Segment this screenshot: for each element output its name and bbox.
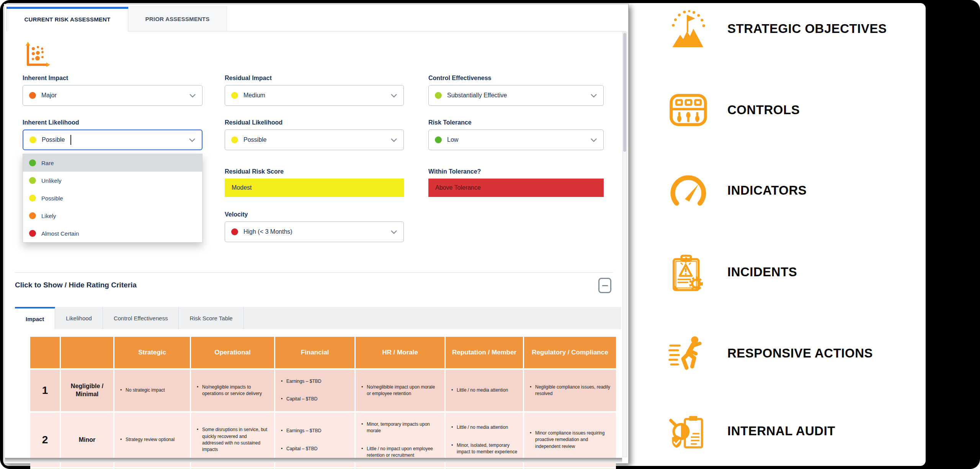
dropdown-option-almost-certain[interactable]: Almost Certain xyxy=(23,225,202,242)
field-residual-risk-score: Residual Risk Score Modest xyxy=(225,168,404,197)
status-dot xyxy=(29,159,36,166)
dropdown-option-likely[interactable]: Likely xyxy=(23,207,202,225)
scrollbar-thumb[interactable] xyxy=(623,33,626,152)
status-dot xyxy=(231,228,238,235)
chevron-down-icon xyxy=(390,93,397,98)
section-divider xyxy=(15,272,613,273)
likelihood-dropdown-menu: Rare Unlikely Possible Likely Almost Cer… xyxy=(23,154,203,243)
tab-prior-assessments[interactable]: PRIOR ASSESSMENTS xyxy=(128,7,227,31)
velocity-select[interactable]: High (< 3 Months) xyxy=(225,221,404,242)
residual-risk-score-banner: Modest xyxy=(225,179,404,197)
field-label: Risk Tolerance xyxy=(428,119,604,126)
menu-item-indicators[interactable]: INDICATORS xyxy=(667,168,807,213)
field-label: Within Tolerance? xyxy=(428,168,604,175)
menu-item-controls[interactable]: CONTROLS xyxy=(667,88,800,132)
menu-label: CONTROLS xyxy=(727,103,800,117)
audit-magnifier-icon xyxy=(667,410,710,453)
row-name: Negligible / Minimal xyxy=(61,370,114,413)
rating-criteria-header[interactable]: Click to Show / Hide Rating Criteria xyxy=(15,281,137,289)
inherent-likelihood-combobox[interactable]: Possible xyxy=(23,130,203,150)
status-dot xyxy=(29,212,36,219)
status-dot xyxy=(29,230,36,237)
tab-risk-score-table[interactable]: Risk Score Table xyxy=(179,307,243,329)
residual-likelihood-select[interactable]: Possible xyxy=(225,130,404,150)
tab-label: CURRENT RISK ASSESSMENT xyxy=(24,16,111,23)
module-menu: STRATEGIC OBJECTIVES CONTROLS xyxy=(632,3,926,466)
field-label: Control Effectiveness xyxy=(428,75,604,82)
collapse-criteria-button[interactable] xyxy=(598,278,611,293)
within-tolerance-banner: Above Tolerance xyxy=(428,179,604,197)
field-residual-likelihood: Residual Likelihood Possible xyxy=(225,119,404,150)
column-header: Reputation / Member xyxy=(446,337,524,370)
status-dot xyxy=(435,92,442,99)
minus-icon xyxy=(602,285,608,286)
field-label: Residual Likelihood xyxy=(225,119,404,126)
vertical-scrollbar[interactable] xyxy=(622,32,627,457)
row-number: 1 xyxy=(30,370,61,413)
chevron-down-icon xyxy=(390,138,397,142)
field-control-effectiveness: Control Effectiveness Substantially Effe… xyxy=(428,75,604,106)
field-label: Residual Impact xyxy=(225,75,404,82)
control-effectiveness-select[interactable]: Substantially Effective xyxy=(428,85,604,106)
menu-item-incidents[interactable]: INCIDENTS xyxy=(667,250,797,294)
mountain-flag-icon xyxy=(667,7,710,50)
dropdown-option-rare[interactable]: Rare xyxy=(23,154,202,172)
column-header: Regulatory / Compliance xyxy=(524,337,616,370)
menu-item-responsive-actions[interactable]: RESPONSIVE ACTIONS xyxy=(667,331,873,376)
criteria-tabbar: Impact Likelihood Control Effectiveness … xyxy=(15,307,621,329)
cell-regulatory-compliance: Negligible compliance issues, readily re… xyxy=(524,370,616,413)
chevron-down-icon xyxy=(189,138,196,142)
column-header xyxy=(61,337,114,370)
column-header: Operational xyxy=(191,337,275,370)
assessment-tabbar: CURRENT RISK ASSESSMENT PRIOR ASSESSMENT… xyxy=(7,7,626,31)
incident-clipboard-icon xyxy=(667,251,710,294)
status-dot xyxy=(231,92,238,99)
residual-impact-select[interactable]: Medium xyxy=(225,85,404,106)
field-label: Residual Risk Score xyxy=(225,168,404,175)
screenshot-background: CURRENT RISK ASSESSMENT PRIOR ASSESSMENT… xyxy=(0,0,980,469)
field-label: Inherent Likelihood xyxy=(23,119,203,126)
chevron-down-icon xyxy=(189,93,196,98)
status-dot xyxy=(435,136,442,143)
gauge-icon xyxy=(667,169,710,212)
menu-label: INDICATORS xyxy=(727,183,807,198)
chevron-down-icon xyxy=(590,138,597,142)
impact-rating-table: Strategic Operational Financial HR / Mor… xyxy=(30,337,616,469)
dropdown-option-possible[interactable]: Possible xyxy=(23,189,202,207)
menu-label: INCIDENTS xyxy=(727,265,797,279)
field-residual-impact: Residual Impact Medium xyxy=(225,75,404,106)
menu-label: INTERNAL AUDIT xyxy=(727,424,835,438)
field-risk-tolerance: Risk Tolerance Low xyxy=(428,119,604,150)
horizontal-scrollbar[interactable] xyxy=(5,458,622,462)
column-header: Financial xyxy=(275,337,356,370)
cell-reputation-member: Little / no media attention xyxy=(446,370,524,413)
column-header: Strategic xyxy=(114,337,191,370)
tab-impact[interactable]: Impact xyxy=(15,307,55,329)
inherent-impact-select[interactable]: Major xyxy=(23,85,203,106)
chevron-down-icon xyxy=(590,93,597,98)
risk-assessment-panel: CURRENT RISK ASSESSMENT PRIOR ASSESSMENT… xyxy=(4,4,629,464)
chevron-down-icon xyxy=(390,230,397,234)
column-header: HR / Morale xyxy=(356,337,446,370)
status-dot xyxy=(29,177,36,184)
running-person-icon xyxy=(667,332,710,375)
field-label: Velocity xyxy=(225,211,404,218)
menu-item-internal-audit[interactable]: INTERNAL AUDIT xyxy=(667,409,835,453)
tab-current-risk-assessment[interactable]: CURRENT RISK ASSESSMENT xyxy=(7,7,128,31)
field-velocity: Velocity High (< 3 Months) xyxy=(225,211,404,242)
tab-label: PRIOR ASSESSMENTS xyxy=(145,16,210,22)
tab-control-effectiveness[interactable]: Control Effectiveness xyxy=(103,307,179,329)
menu-item-strategic-objectives[interactable]: STRATEGIC OBJECTIVES xyxy=(667,7,887,51)
cell-operational: No/negligible impacts to operations or s… xyxy=(191,370,275,413)
field-label: Inherent Impact xyxy=(23,75,203,82)
app-canvas: CURRENT RISK ASSESSMENT PRIOR ASSESSMENT… xyxy=(3,3,926,466)
status-dot xyxy=(231,136,238,143)
dropdown-option-unlikely[interactable]: Unlikely xyxy=(23,172,202,189)
status-dot xyxy=(29,136,36,143)
text-cursor xyxy=(70,135,71,145)
field-inherent-likelihood: Inherent Likelihood Possible Rare Unlike… xyxy=(23,119,203,150)
menu-label: STRATEGIC OBJECTIVES xyxy=(727,21,887,36)
tab-likelihood[interactable]: Likelihood xyxy=(55,307,103,329)
status-dot xyxy=(29,195,36,202)
risk-tolerance-select[interactable]: Low xyxy=(428,130,604,150)
